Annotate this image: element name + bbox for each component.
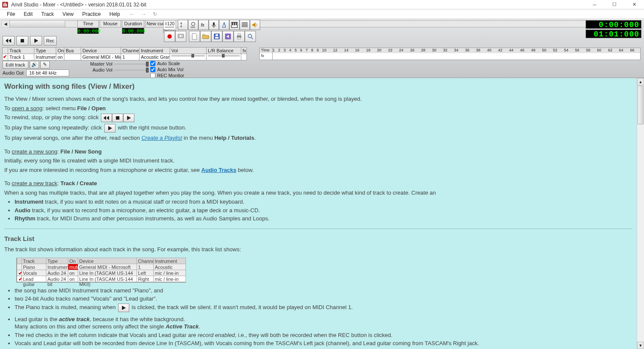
svg-rect-15 — [234, 22, 235, 25]
print-icon[interactable] — [234, 31, 245, 42]
col-bus[interactable]: Bus Out — [64, 47, 81, 54]
audio-out-row: Audio Out 16 bit 48 kHz — [3, 69, 69, 76]
track-bus[interactable] — [64, 54, 81, 60]
pencil-small-icon[interactable]: ✎ — [40, 61, 50, 69]
col-type[interactable]: Type — [34, 47, 56, 54]
svg-text:fx: fx — [201, 23, 205, 27]
record-icon[interactable] — [164, 31, 175, 42]
divider — [4, 229, 632, 229]
timeline-ruler[interactable]: Time 12345678910121416182022242628303234… — [259, 48, 641, 54]
create-playlist-link[interactable]: Create a Playlist — [141, 135, 182, 141]
device-icon[interactable] — [175, 31, 186, 42]
menu-bar: File Edit Track View Practice Help ← → ↻ — [0, 9, 644, 19]
track-type[interactable]: Instrument — [34, 54, 56, 60]
play-icon-3 — [118, 304, 129, 312]
track-vol-slider[interactable] — [170, 54, 207, 60]
scroll-thumb[interactable] — [9, 20, 65, 27]
track-row[interactable]: ✔ Track 1 Instrument on General MIDI - M… — [3, 54, 247, 60]
track-bal-slider[interactable] — [206, 54, 241, 60]
col-fx[interactable]: fx — [241, 47, 247, 54]
svg-text:4: 4 — [180, 22, 182, 25]
col-channel[interactable]: Channel — [121, 47, 140, 54]
rewind-button[interactable] — [3, 36, 15, 45]
stop-icon — [112, 114, 123, 122]
menu-practice[interactable]: Practice — [78, 10, 105, 18]
scroll-down-icon[interactable]: ▼ — [637, 342, 644, 349]
list-item: Audio track, if you want to record from … — [15, 207, 632, 214]
rewind-icon — [101, 114, 112, 122]
list-item: Rhythm track, for MIDI Drums and other p… — [15, 215, 632, 223]
audio-out-value[interactable]: 16 bit 48 kHz — [26, 69, 69, 76]
track-device[interactable]: General MIDI - Microso — [81, 54, 121, 60]
col-instrument[interactable]: Instrument — [139, 47, 170, 54]
menu-view[interactable]: View — [58, 10, 78, 18]
col-name[interactable]: Track Name — [8, 47, 34, 54]
automix-check[interactable]: Auto Mix Vol — [150, 66, 184, 72]
svg-point-25 — [182, 36, 182, 36]
timesig-icon[interactable]: 44 — [178, 20, 188, 30]
track-fx[interactable] — [241, 54, 247, 60]
new-file-icon[interactable] — [189, 31, 200, 42]
menu-track[interactable]: Track — [37, 10, 58, 18]
save-floppy-icon[interactable] — [211, 31, 222, 42]
stop-button[interactable] — [16, 36, 28, 45]
fx-icon[interactable]: fx — [198, 20, 209, 30]
menu-file[interactable]: File — [3, 10, 19, 18]
help-newtrack2: When a song has multiple tracks, that ar… — [4, 189, 632, 197]
menu-edit[interactable]: Edit — [19, 10, 37, 18]
info-cells: Time Mouse Duration New cue — [77, 20, 167, 27]
scroll-up-icon[interactable]: ▲ — [637, 78, 644, 85]
track-name[interactable]: Track 1 — [8, 54, 34, 60]
col-balance[interactable]: L/R Balance — [206, 47, 241, 54]
audio-tracks-link[interactable]: Audio Tracks — [201, 167, 237, 173]
timeline-fx-cell[interactable]: fx — [260, 53, 273, 60]
play-button[interactable] — [30, 36, 42, 45]
example-track-table: Track Name Type On Device Channel Instru… — [16, 258, 186, 283]
col-check[interactable] — [2, 47, 8, 54]
maximize-button[interactable]: ☐ — [605, 0, 624, 9]
track-on[interactable]: on — [56, 54, 64, 60]
save-audio-icon[interactable] — [222, 31, 234, 42]
audio-vol-slider[interactable] — [114, 69, 149, 71]
svg-rect-9 — [213, 22, 215, 26]
history-nav-icons[interactable]: ← → ↻ — [129, 11, 160, 17]
col-on[interactable]: On — [56, 47, 64, 54]
zoom-icon[interactable] — [245, 31, 256, 42]
close-button[interactable]: ✕ — [624, 0, 644, 9]
recmon-check[interactable]: REC Monitor — [150, 72, 184, 78]
help-intro: The View / Mixer screen shows each of th… — [4, 95, 632, 103]
staff-icon[interactable] — [240, 20, 250, 30]
minimize-button[interactable]: ─ — [585, 0, 605, 9]
col-device[interactable]: Device — [81, 47, 121, 54]
option-checks: Auto Scale Auto Mix Vol REC Monitor — [150, 60, 184, 78]
track-table-header: Track Name Type On Bus Out Device Channe… — [3, 47, 247, 54]
help-pane-wrapper: Working with song files (View / Mixer) T… — [0, 78, 644, 349]
scroll-thumb[interactable] — [638, 86, 644, 124]
window-title: Anvil Studio - Mixer - <Untitled> - vers… — [11, 2, 585, 8]
svg-rect-23 — [178, 34, 183, 38]
col-vol[interactable]: Vol — [170, 47, 207, 54]
speaker-icon[interactable] — [250, 20, 260, 30]
svg-marker-40 — [103, 116, 106, 120]
rec-button[interactable]: Rec — [44, 36, 57, 45]
menu-help[interactable]: Help — [105, 10, 125, 18]
autoscale-check[interactable]: Auto Scale — [150, 60, 184, 66]
edit-track-button[interactable]: Edit track — [3, 61, 28, 69]
metronome-icon[interactable] — [219, 20, 229, 30]
svg-text:sync: sync — [191, 26, 195, 28]
open-folder-icon[interactable] — [200, 31, 211, 42]
speaker-small-icon[interactable]: 🔊 — [30, 61, 39, 69]
sync-icon[interactable]: sync — [188, 20, 198, 30]
piano-icon[interactable] — [229, 20, 240, 30]
help-scrollbar[interactable]: ▲ ▼ — [637, 78, 644, 349]
timeline-body[interactable]: fx — [259, 53, 641, 60]
master-vol-slider[interactable] — [114, 63, 149, 65]
help-playlist-line: To play several songs, one after the oth… — [4, 134, 632, 142]
tempo-value: =120 — [164, 21, 176, 27]
track-instrument[interactable]: Acoustic Grand — [139, 54, 170, 60]
audio-out-label: Audio Out — [3, 70, 24, 75]
microphone-icon[interactable] — [209, 20, 219, 30]
track-check[interactable]: ✔ — [2, 54, 8, 60]
scroll-left-icon[interactable]: ◄ — [1, 20, 10, 27]
track-channel[interactable]: 1 — [121, 54, 140, 60]
